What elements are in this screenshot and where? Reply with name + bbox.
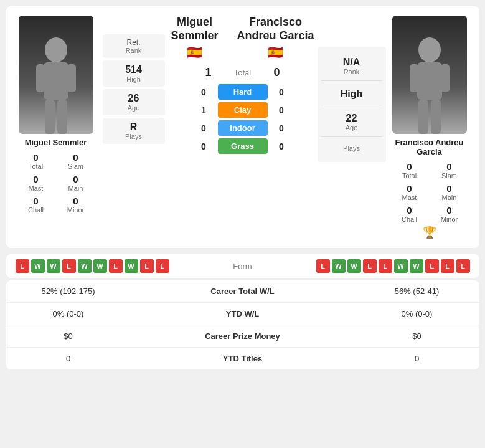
player2-minor-val: 0 (446, 205, 451, 216)
svg-rect-5 (57, 100, 67, 134)
player2-minor-label: Minor (441, 216, 458, 223)
court-indoor-btn[interactable]: Indoor (218, 120, 268, 136)
svg-rect-4 (45, 100, 55, 134)
player1-name-center: Miguel Semmler 🇪🇸 (171, 16, 219, 60)
player2-chall-cell: 0 Chall (392, 204, 427, 224)
player2-main-cell: 0 Main (432, 182, 467, 203)
p2-form-9: L (441, 259, 454, 273)
p1-form-7: L (109, 259, 123, 273)
career-stats-table: 52% (192-175) Career Total W/L 56% (52-4… (6, 280, 479, 369)
player2-mast-cell: 0 Mast (392, 182, 427, 203)
player1-flag: 🇪🇸 (171, 45, 219, 60)
p1-form-9: L (140, 259, 154, 273)
player2-flag: 🇪🇸 (237, 45, 314, 60)
p1-form-3: W (47, 259, 60, 273)
p1-mast-cell: 0 Mast (19, 173, 54, 193)
player2-minor-cell: 0 Minor (432, 204, 467, 224)
total-label: Total (224, 68, 261, 77)
ytd-titles-p1: 0 (19, 354, 118, 363)
grass-p2-score: 0 (274, 141, 290, 151)
p1-form-1: L (16, 259, 29, 273)
player1-plays-label: Plays (108, 133, 160, 140)
ytd-wl-label: YTD W/L (118, 309, 367, 318)
court-rows: 0 Hard 0 1 Clay 0 0 Indoor 0 0 Grass 0 (171, 84, 314, 154)
player1-rank-box: Ret. Rank (103, 34, 165, 58)
player2-rank-label: Rank (321, 68, 382, 75)
court-row-hard: 0 Hard 0 (171, 84, 314, 100)
p1-form-6: W (93, 259, 107, 273)
court-grass-btn[interactable]: Grass (218, 138, 268, 154)
player-names-row: Miguel Semmler 🇪🇸 Francisco Andreu Garci… (171, 16, 314, 60)
player2-total-cell: 0 Total (392, 160, 427, 181)
p1-form-5: W (78, 259, 92, 273)
grass-p1-score: 0 (196, 141, 212, 151)
total-p1-score: 1 (199, 66, 218, 79)
player2-high-val: High (321, 88, 382, 100)
indoor-p2-score: 0 (274, 123, 290, 133)
ytd-titles-row: 0 YTD Titles 0 (6, 348, 479, 369)
svg-rect-7 (417, 62, 442, 100)
prize-money-p2: $0 (367, 331, 467, 341)
player2-name: Francisco Andreu Garcia (386, 138, 473, 156)
p1-slam-cell: 0 Slam (59, 151, 93, 171)
player2-rank-val: N/A (321, 57, 382, 68)
total-row: 1 Total 0 (171, 66, 314, 79)
court-hard-btn[interactable]: Hard (218, 84, 268, 100)
player2-mast-val: 0 (407, 183, 412, 194)
p1-form-10: L (156, 259, 169, 273)
player1-age-box: 26 Age (103, 89, 165, 115)
player2-main-label: Main (442, 194, 457, 201)
player2-total-val: 0 (407, 161, 412, 172)
form-card: L W W L W W L W L L Form L W W L L W W L… (6, 254, 479, 278)
court-clay-btn[interactable]: Clay (218, 102, 268, 118)
player1-name-display: Miguel Semmler (171, 16, 219, 42)
p2-form-5: L (379, 259, 392, 273)
player1-form-badges: L W W L W W L W L L (16, 259, 169, 273)
player1-photo (19, 16, 93, 134)
career-total-p1: 52% (192-175) (19, 287, 118, 296)
p1-total-cell: 0 Total (19, 151, 54, 171)
p1-form-4: L (62, 259, 76, 273)
career-total-row: 52% (192-175) Career Total W/L 56% (52-4… (6, 280, 479, 303)
career-total-p2: 56% (52-41) (367, 287, 467, 296)
player2-name-center: Francisco Andreu Garcia 🇪🇸 (237, 16, 314, 60)
player2-age-val: 22 (321, 113, 382, 124)
player2-section: Francisco Andreu Garcia 0 Total 0 Slam 0… (386, 16, 473, 239)
player2-plays-item: Plays (321, 140, 382, 157)
hard-p2-score: 0 (274, 87, 290, 97)
svg-rect-9 (441, 64, 450, 92)
p2-form-7: W (410, 259, 423, 273)
prize-money-p1: $0 (19, 331, 118, 341)
p2-form-10: L (456, 259, 470, 273)
player2-age-label: Age (321, 124, 382, 131)
prize-money-label: Career Prize Money (118, 331, 367, 341)
player2-chall-label: Chall (402, 216, 417, 223)
p2-form-8: L (425, 259, 439, 273)
total-p2-score: 0 (268, 66, 286, 79)
player2-mast-label: Mast (402, 194, 417, 201)
court-row-indoor: 0 Indoor 0 (171, 120, 314, 136)
player1-ret-label: Ret. (108, 38, 160, 47)
ytd-titles-p2: 0 (367, 354, 467, 363)
p1-minor-cell: 0 Minor (59, 194, 93, 215)
ytd-wl-row: 0% (0-0) YTD W/L 0% (0-0) (6, 303, 479, 325)
main-comparison-card: Miguel Semmler 0 Total 0 Slam 0 Mast 0 M… (6, 6, 479, 248)
player1-middle-stats: Ret. Rank 514 High 26 Age R Plays (100, 34, 168, 144)
player2-name-display: Francisco Andreu Garcia (237, 16, 314, 42)
player2-high-item: High (321, 83, 382, 105)
svg-rect-8 (410, 64, 418, 92)
player2-slam-cell: 0 Slam (432, 160, 467, 181)
center-section: Miguel Semmler 🇪🇸 Francisco Andreu Garci… (168, 16, 318, 154)
svg-rect-11 (431, 100, 441, 134)
clay-p2-score: 0 (274, 105, 290, 115)
player2-total-label: Total (402, 172, 417, 179)
player1-rank-sublabel: High (108, 75, 160, 83)
career-total-label: Career Total W/L (118, 287, 367, 296)
court-row-grass: 0 Grass 0 (171, 138, 314, 154)
player2-trophy: 🏆 (423, 227, 436, 239)
svg-rect-3 (67, 64, 76, 92)
p2-form-6: W (394, 259, 408, 273)
player1-plays-val: R (108, 122, 160, 133)
hard-p1-score: 0 (196, 87, 212, 97)
p2-form-1: L (316, 259, 330, 273)
